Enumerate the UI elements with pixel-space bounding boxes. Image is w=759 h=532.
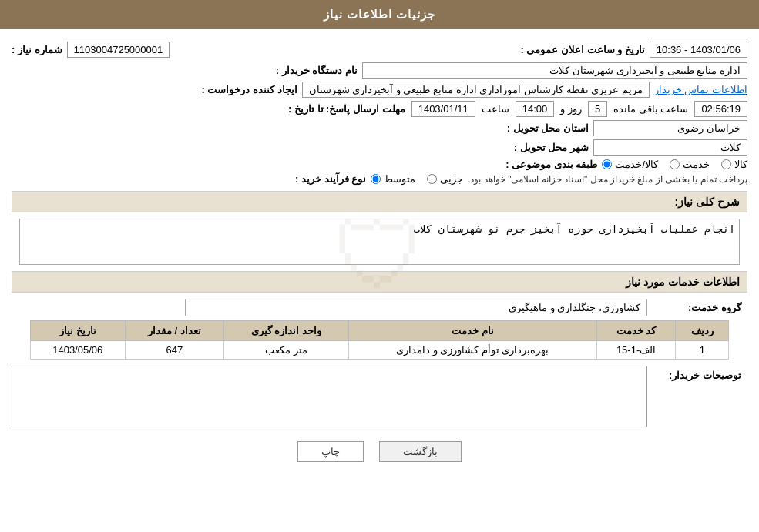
mohlat-label: مهلت ارسال پاسخ: تا تاریخ : [288,103,405,115]
shahr-row: کلات شهر محل تحویل : [12,139,747,156]
ijad-konande-value: مریم عزیزی نقطه کارشناس اموراداری اداره … [302,82,650,98]
khadamat-section-title: اطلاعات خدمات مورد نیاز [626,276,740,288]
ijad-konande-label: ایجاد کننده درخواست : [201,84,297,95]
tarikh-saat-row: 1403/01/06 - 10:36 تاریخ و ساعت اعلان عم… [520,42,747,58]
sharh-label: شرح کلی نیاز: [675,196,740,208]
shomara-niaz-value: 1103004725000001 [67,42,170,58]
khadamat-section-header: اطلاعات خدمات مورد نیاز [12,271,747,293]
page-header: جزئیات اطلاعات نیاز [0,0,759,29]
nooe-motavaset-label: متوسط [384,173,415,185]
tosif-content [12,366,647,430]
row-code: الف-1-15 [596,341,676,360]
tosif-label: توصیحات خریدار: [647,366,747,381]
nam-dastgah-row: اداره منابع طبیعی و آبخیزداری شهرستان کل… [12,62,747,79]
ijad-konande-link[interactable]: اطلاعات تماس خریدار [654,84,747,95]
service-table-body: 1 الف-1-15 بهره‌برداری توأم کشاورزی و دا… [30,341,728,360]
mohlat-baghimande-value: 02:56:19 [694,101,747,117]
nooe-jozyi-label: جزیی [440,173,463,185]
tosif-section: توصیحات خریدار: [12,366,747,430]
tabaqe-khadamat-radio[interactable] [670,159,680,169]
col-tedad: تعداد / مقدار [125,321,223,341]
bazgasht-button[interactable]: بازگشت [379,441,462,462]
tabaqe-label: طبقه بندی موضوعی : [505,159,597,170]
tosif-value-box [12,366,647,427]
tabaqe-khadamat-label: خدمت [683,159,710,170]
tabaqe-kala-radio[interactable] [721,159,731,169]
ostan-row: خراسان رضوی استان محل تحویل : [12,120,747,136]
mohlat-row: 02:56:19 ساعت باقی مانده 5 روز و 14:00 س… [12,101,747,117]
gorohe-khadamat-value: کشاورزی، جنگلداری و ماهیگیری [185,299,647,316]
tabaqe-kala-label: کالا [734,159,747,170]
mohlat-date-value: 1403/01/11 [411,101,475,117]
col-code: کد خدمت [596,321,676,341]
tabaqe-radio-group: کالا/خدمت خدمت کالا [602,159,747,170]
mohlat-roz-value: 5 [588,101,607,117]
tabaqe-khadamat-option: خدمت [670,159,710,170]
nooe-jozyi-radio[interactable] [427,174,437,184]
service-table-header-row: ردیف کد خدمت نام خدمت واحد اندازه گیری ت… [30,321,728,341]
shomara-niaz-row: 1103004725000001 شماره نیاز : [12,42,170,58]
nooe-jozyi-option: جزیی [427,173,463,185]
header-title: جزئیات اطلاعات نیاز [324,8,435,21]
shahr-value: کلات [593,139,747,156]
row-radif: 1 [676,341,729,360]
nam-dastgah-label: نام دستگاه خریدار : [276,65,358,76]
mohlat-saat-value: 14:00 [516,101,555,117]
ijad-konande-row: اطلاعات تماس خریدار مریم عزیزی نقطه کارش… [12,82,747,98]
shomara-niaz-label: شماره نیاز : [12,44,62,55]
tabaqe-kala-khadamat-label: کالا/خدمت [615,159,658,170]
tabaqe-row: کالا/خدمت خدمت کالا طبقه بندی موضوعی : [12,159,747,170]
nooe-farayand-label: نوع فرآیند خرید : [295,173,366,185]
service-table: ردیف کد خدمت نام خدمت واحد اندازه گیری ت… [30,320,729,360]
sharh-textarea[interactable]: <span data-bind="fields.sharh_value"></s… [19,219,740,265]
nooe-radio-group: متوسط جزیی [371,173,463,185]
nooe-row: پرداخت تمام یا بخشی از مبلغ خریداز محل "… [12,173,747,185]
ostan-label: استان محل تحویل : [507,122,589,134]
tabaqe-kala-khadamat-option: کالا/خدمت [602,159,658,170]
mohlat-roz-label: روز و [560,103,582,115]
page-container: جزئیات اطلاعات نیاز 🛡 1403/01/06 - 10:36… [0,0,759,532]
nooe-motavaset-option: متوسط [371,173,415,185]
tabaqe-kala-option: کالا [721,159,747,170]
gorohe-khadamat-label: گروه خدمت: [647,302,747,313]
col-name: نام خدمت [348,321,596,341]
buttons-row: بازگشت چاپ [12,441,747,462]
mohlat-saat-label: ساعت [482,103,509,115]
row-name: بهره‌برداری توأم کشاورزی و دامداری [348,341,596,360]
sharh-section-header: شرح کلی نیاز: [12,191,747,212]
ostan-value: خراسان رضوی [593,120,747,136]
row-vahed: متر مکعب [223,341,348,360]
row-tarikh: 1403/05/06 [30,341,125,360]
row-tedad: 647 [125,341,223,360]
nam-dastgah-value: اداره منابع طبیعی و آبخیزداری شهرستان کل… [362,62,747,79]
mohlat-baghimande-label: ساعت باقی مانده [613,103,688,115]
table-row: 1 الف-1-15 بهره‌برداری توأم کشاورزی و دا… [30,341,728,360]
gorohe-khadamat-row: گروه خدمت: کشاورزی، جنگلداری و ماهیگیری [12,299,747,316]
nooe-notice: پرداخت تمام یا بخشی از مبلغ خریداز محل "… [468,174,747,185]
tabaqe-kala-khadamat-radio[interactable] [602,159,612,169]
shahr-label: شهر محل تحویل : [514,142,589,153]
chap-button[interactable]: چاپ [297,441,364,462]
tarikh-saat-value: 1403/01/06 - 10:36 [650,42,747,58]
col-tarikh: تاریخ نیاز [30,321,125,341]
col-radif: ردیف [676,321,729,341]
col-vahed: واحد اندازه گیری [223,321,348,341]
nooe-motavaset-radio[interactable] [371,174,381,184]
tarikh-saat-label: تاریخ و ساعت اعلان عمومی : [520,44,644,55]
service-table-head: ردیف کد خدمت نام خدمت واحد اندازه گیری ت… [30,321,728,341]
main-content: 🛡 1403/01/06 - 10:36 تاریخ و ساعت اعلان … [0,29,759,481]
